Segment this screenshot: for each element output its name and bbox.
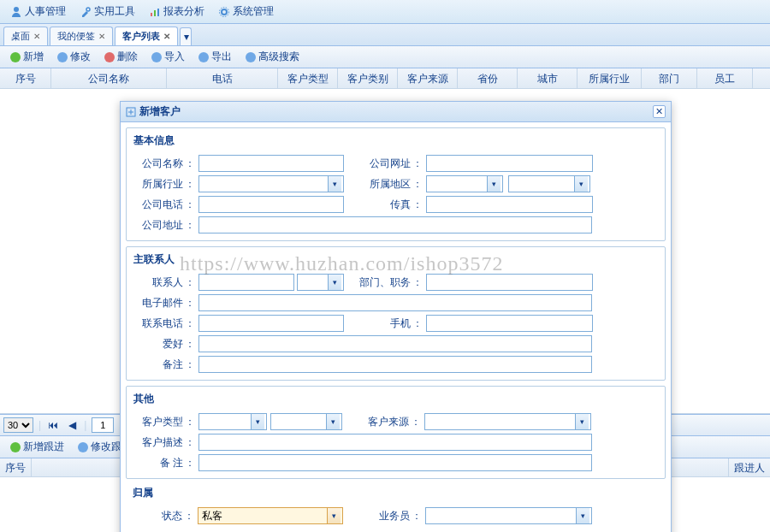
- grid-col[interactable]: 电话: [167, 68, 278, 88]
- label-hobby: 爱好: [133, 337, 185, 352]
- grid-col[interactable]: 公司名称: [51, 68, 167, 88]
- first-page-button[interactable]: ⏮: [46, 418, 60, 432]
- dialog-body: 基本信息 公司名称： 公司网址： 所属行业： ▾ 所属地区： ▾ ▾ 公司电话：: [121, 122, 671, 532]
- grid-col[interactable]: 部门: [642, 68, 697, 88]
- dialog-title: 新增客户: [139, 104, 181, 119]
- menu-tools[interactable]: 实用工具: [73, 0, 142, 23]
- website-input[interactable]: [426, 155, 593, 172]
- tab-notes[interactable]: 我的便签✕: [50, 27, 113, 45]
- label-tel: 联系电话: [133, 316, 185, 331]
- industry-combo[interactable]: ▾: [198, 175, 344, 192]
- edit-button[interactable]: 修改: [50, 46, 98, 68]
- btn-label: 新增: [23, 50, 44, 64]
- export-button[interactable]: 导出: [192, 46, 239, 68]
- chevron-down-icon: ▾: [251, 414, 264, 429]
- dept-input[interactable]: [426, 274, 593, 291]
- menu-hr[interactable]: 人事管理: [3, 0, 73, 23]
- email-input[interactable]: [198, 294, 592, 311]
- btn-label: 导入: [164, 50, 185, 64]
- label-phone: 公司电话: [133, 198, 185, 212]
- add-follow-button[interactable]: 新增跟进: [3, 436, 71, 458]
- close-icon[interactable]: ✕: [33, 32, 40, 41]
- dialog-icon: [126, 107, 136, 117]
- contact-title-combo[interactable]: ▾: [297, 274, 344, 291]
- grid-col[interactable]: 客户来源: [398, 68, 458, 88]
- label-dept: 部门、职务: [349, 275, 412, 290]
- add-icon: [10, 442, 21, 452]
- menu-report[interactable]: 报表分析: [142, 0, 211, 23]
- grid-col[interactable]: 客户类别: [338, 68, 398, 88]
- search-icon: [246, 52, 256, 62]
- svg-rect-3: [154, 10, 156, 16]
- fieldset-other: 其他 客户类型： ▾ ▾ 客户来源： ▾ 客户描述： 备 注：: [126, 386, 666, 479]
- grid-col[interactable]: 客户类型: [278, 68, 338, 88]
- fieldset-contact: 主联系人 联系人： ▾ 部门、职务： 电子邮件： 联系电话： 手机：: [126, 246, 666, 381]
- mobile-input[interactable]: [426, 315, 593, 332]
- btn-label: 新增跟进: [23, 440, 64, 454]
- hobby-input[interactable]: [198, 335, 592, 352]
- close-icon[interactable]: ✕: [98, 32, 105, 41]
- grid-col[interactable]: 员工: [697, 68, 753, 88]
- add-customer-dialog: 新增客户 ✕ 基本信息 公司名称： 公司网址： 所属行业： ▾ 所属地区： ▾ …: [120, 101, 672, 532]
- menu-label: 人事管理: [25, 4, 66, 19]
- page-size-select[interactable]: 30: [3, 417, 33, 433]
- tab-label: 我的便签: [57, 30, 95, 43]
- import-button[interactable]: 导入: [145, 46, 192, 68]
- add-button[interactable]: 新增: [3, 46, 50, 68]
- label-address: 公司地址: [133, 218, 185, 233]
- label-remark: 备注: [133, 358, 185, 372]
- contact-name-input[interactable]: [198, 274, 294, 291]
- delete-button[interactable]: 删除: [98, 46, 145, 68]
- grid-col[interactable]: 序号: [0, 68, 51, 88]
- tab-desktop[interactable]: 桌面✕: [3, 27, 48, 45]
- label-sales: 业务员: [360, 509, 412, 523]
- export-icon: [198, 52, 209, 62]
- legend-contact: 主联系人: [133, 251, 658, 270]
- ctype-combo[interactable]: ▾: [198, 413, 267, 430]
- region-province-combo[interactable]: ▾: [426, 175, 503, 192]
- region-city-combo[interactable]: ▾: [508, 175, 590, 192]
- ccat-combo[interactable]: ▾: [270, 413, 342, 430]
- fieldset-basic: 基本信息 公司名称： 公司网址： 所属行业： ▾ 所属地区： ▾ ▾ 公司电话：: [126, 127, 666, 241]
- chevron-down-icon: ▾: [487, 176, 500, 192]
- grid-col[interactable]: 省份: [458, 68, 518, 88]
- svg-rect-4: [157, 9, 159, 16]
- import-icon: [151, 52, 162, 62]
- label-industry: 所属行业: [133, 177, 185, 192]
- add-icon: [10, 52, 21, 62]
- label-email: 电子邮件: [133, 296, 185, 310]
- label-mobile: 手机: [361, 316, 412, 331]
- tel-input[interactable]: [198, 315, 344, 332]
- company-name-input[interactable]: [198, 155, 344, 172]
- tab-add-button[interactable]: ▾: [180, 27, 192, 45]
- label-fax: 传真: [361, 198, 412, 212]
- tab-customers[interactable]: 客户列表✕: [115, 27, 178, 45]
- dialog-titlebar[interactable]: 新增客户 ✕: [121, 102, 671, 122]
- menu-system[interactable]: 系统管理: [211, 0, 281, 23]
- label-ctype: 客户类型: [133, 415, 185, 429]
- advsearch-button[interactable]: 高级搜索: [239, 46, 306, 68]
- dialog-close-button[interactable]: ✕: [653, 105, 666, 118]
- sales-combo[interactable]: ▾: [425, 507, 592, 524]
- tab-label: 客户列表: [122, 30, 160, 43]
- status-combo[interactable]: 私客▾: [198, 507, 343, 524]
- grid-col[interactable]: 城市: [518, 68, 578, 88]
- desc-input[interactable]: [198, 434, 592, 451]
- phone-input[interactable]: [198, 196, 344, 213]
- remark-input[interactable]: [198, 356, 592, 373]
- fieldset-belong: 归属 状态： 私客▾ 业务员： ▾: [126, 484, 666, 528]
- label-note: 备 注: [133, 456, 185, 470]
- fax-input[interactable]: [426, 196, 593, 213]
- page-input[interactable]: [92, 417, 114, 433]
- note-input[interactable]: [198, 454, 592, 471]
- chevron-down-icon: ▾: [576, 508, 589, 523]
- label-desc: 客户描述: [133, 435, 185, 450]
- edit-icon: [78, 442, 88, 452]
- address-input[interactable]: [198, 216, 592, 233]
- close-icon[interactable]: ✕: [163, 32, 170, 41]
- prev-page-button[interactable]: ◀: [65, 418, 79, 432]
- grid-col[interactable]: 所属行业: [578, 68, 642, 88]
- source-combo[interactable]: ▾: [424, 413, 591, 430]
- toolbar: 新增 修改 删除 导入 导出 高级搜索: [0, 46, 770, 68]
- legend-basic: 基本信息: [133, 132, 658, 151]
